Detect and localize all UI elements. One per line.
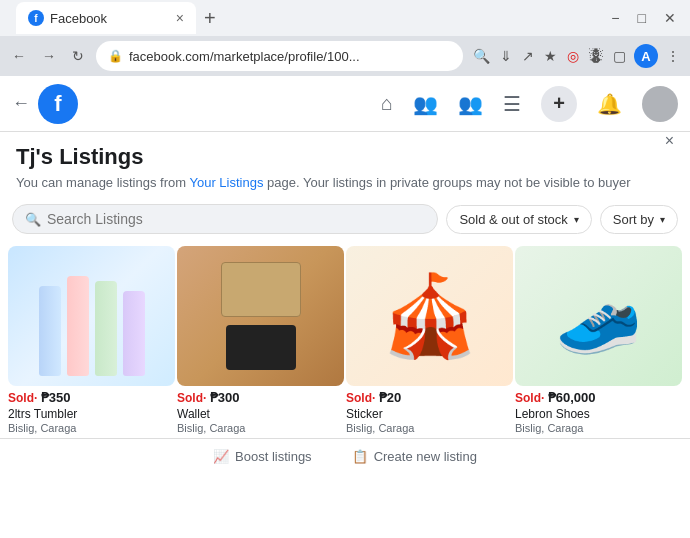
sold-filter-chevron: ▾ — [574, 214, 579, 225]
close-banner-button[interactable]: × — [665, 132, 674, 150]
listing-location: Bislig, Caraga — [515, 422, 682, 434]
listing-location: Bislig, Caraga — [177, 422, 344, 434]
tab-bar: f Facebook × + — [8, 2, 224, 34]
listing-title: Lebron Shoes — [515, 407, 682, 421]
listing-location: Bislig, Caraga — [346, 422, 513, 434]
listing-item[interactable]: Sold· ₱300 Wallet Bislig, Caraga — [177, 246, 344, 434]
tab-favicon: f — [28, 10, 44, 26]
sticker-graphic: 🎪 — [380, 276, 480, 356]
fb-nav-icons: ⌂ 👥 👥 ☰ + 🔔 — [381, 86, 678, 122]
listing-price-row: Sold· ₱20 — [346, 390, 513, 405]
listing-price-row: Sold· ₱60,000 — [515, 390, 682, 405]
search-icon: 🔍 — [25, 212, 41, 227]
window-icon[interactable]: ▢ — [611, 46, 628, 66]
menu-icon[interactable]: ☰ — [503, 92, 521, 116]
listing-price-row: Sold· ₱350 — [8, 390, 175, 405]
create-icon: 📋 — [352, 449, 368, 464]
bookmark-icon[interactable]: ★ — [542, 46, 559, 66]
boost-label: Boost listings — [235, 449, 312, 464]
title-bar: f Facebook × + − □ ✕ — [0, 0, 690, 36]
listings-grid: Sold· ₱350 2ltrs Tumbler Bislig, Caraga … — [0, 242, 690, 438]
window-controls: − □ ✕ — [605, 8, 682, 28]
more-options-icon[interactable]: ⋮ — [664, 46, 682, 66]
groups-icon[interactable]: 👥 — [458, 92, 483, 116]
create-listing-button[interactable]: 📋 Create new listing — [352, 449, 477, 464]
listing-price: ₱350 — [41, 390, 71, 405]
sort-button[interactable]: Sort by ▾ — [600, 205, 678, 234]
fb-logo: f — [38, 84, 78, 124]
minimize-button[interactable]: − — [605, 8, 625, 28]
your-listings-link[interactable]: Your Listings — [189, 175, 263, 190]
listing-item[interactable]: 👟 Sold· ₱60,000 Lebron Shoes Bislig, Car… — [515, 246, 682, 434]
boost-icon: 📈 — [213, 449, 229, 464]
tab-title: Facebook — [50, 11, 107, 26]
page-header: Tj's Listings You can manage listings fr… — [0, 132, 690, 196]
listing-item[interactable]: Sold· ₱350 2ltrs Tumbler Bislig, Caraga — [8, 246, 175, 434]
filter-bar: 🔍 Sold & out of stock ▾ Sort by ▾ — [0, 196, 690, 242]
fb-back-button[interactable]: ← — [12, 93, 30, 114]
subtitle-text-2: page. Your listings in private groups ma… — [263, 175, 630, 190]
listing-image: 🎪 — [346, 246, 513, 386]
listing-title: 2ltrs Tumbler — [8, 407, 175, 421]
browser-chrome: f Facebook × + − □ ✕ ← → ↻ 🔒 facebook.co… — [0, 0, 690, 76]
share-icon[interactable]: ↗ — [520, 46, 536, 66]
home-icon[interactable]: ⌂ — [381, 92, 393, 115]
close-window-button[interactable]: ✕ — [658, 8, 682, 28]
address-bar: ← → ↻ 🔒 facebook.com/marketplace/profile… — [0, 36, 690, 76]
sold-filter-button[interactable]: Sold & out of stock ▾ — [446, 205, 591, 234]
active-tab[interactable]: f Facebook × — [16, 2, 196, 34]
search-input[interactable] — [47, 211, 425, 227]
listing-location: Bislig, Caraga — [8, 422, 175, 434]
listing-price: ₱60,000 — [548, 390, 596, 405]
sold-badge: Sold· — [8, 391, 37, 405]
sold-filter-label: Sold & out of stock — [459, 212, 567, 227]
sort-label: Sort by — [613, 212, 654, 227]
account-icon[interactable]: A — [634, 44, 658, 68]
notifications-icon[interactable]: 🔔 — [597, 92, 622, 116]
bottom-action-bar: 📈 Boost listings 📋 Create new listing — [0, 438, 690, 474]
friends-icon[interactable]: 👥 — [413, 92, 438, 116]
user-avatar[interactable] — [642, 86, 678, 122]
sort-chevron: ▾ — [660, 214, 665, 225]
listing-title: Wallet — [177, 407, 344, 421]
boost-listings-button[interactable]: 📈 Boost listings — [213, 449, 312, 464]
download-icon[interactable]: ⇓ — [498, 46, 514, 66]
listing-price: ₱300 — [210, 390, 240, 405]
back-button[interactable]: ← — [8, 44, 30, 68]
refresh-button[interactable]: ↻ — [68, 44, 88, 68]
puzzle-icon[interactable]: ⛇ — [587, 46, 605, 66]
lock-icon: 🔒 — [108, 49, 123, 63]
url-text: facebook.com/marketplace/profile/100... — [129, 49, 360, 64]
forward-button[interactable]: → — [38, 44, 60, 68]
create-label: Create new listing — [374, 449, 477, 464]
facebook-app: ← f ⌂ 👥 👥 ☰ + 🔔 Tj's Listings You can ma… — [0, 76, 690, 538]
page-subtitle: You can manage listings from Your Listin… — [16, 174, 674, 192]
fb-navbar: ← f ⌂ 👥 👥 ☰ + 🔔 — [0, 76, 690, 132]
listing-price-row: Sold· ₱300 — [177, 390, 344, 405]
sold-badge: Sold· — [346, 391, 375, 405]
listing-item[interactable]: 🎪 Sold· ₱20 Sticker Bislig, Caraga — [346, 246, 513, 434]
maximize-button[interactable]: □ — [632, 8, 652, 28]
search-action-icon[interactable]: 🔍 — [471, 46, 492, 66]
url-bar[interactable]: 🔒 facebook.com/marketplace/profile/100..… — [96, 41, 463, 71]
wallet-black-graphic — [226, 325, 296, 370]
address-actions: 🔍 ⇓ ↗ ★ ◎ ⛇ ▢ A ⋮ — [471, 44, 682, 68]
tab-close-button[interactable]: × — [176, 10, 184, 26]
fb-content: Tj's Listings You can manage listings fr… — [0, 132, 690, 538]
sold-badge: Sold· — [515, 391, 544, 405]
new-tab-button[interactable]: + — [204, 7, 216, 30]
listing-title: Sticker — [346, 407, 513, 421]
subtitle-text-1: You can manage listings from — [16, 175, 189, 190]
search-box[interactable]: 🔍 — [12, 204, 438, 234]
shoes-graphic: 👟 — [555, 281, 642, 351]
listing-image — [8, 246, 175, 386]
listing-price: ₱20 — [379, 390, 401, 405]
target-icon[interactable]: ◎ — [565, 46, 581, 66]
wallet-graphic — [221, 262, 301, 317]
sold-badge: Sold· — [177, 391, 206, 405]
page-title: Tj's Listings — [16, 144, 674, 170]
add-button[interactable]: + — [541, 86, 577, 122]
listing-image: 👟 — [515, 246, 682, 386]
listing-image — [177, 246, 344, 386]
